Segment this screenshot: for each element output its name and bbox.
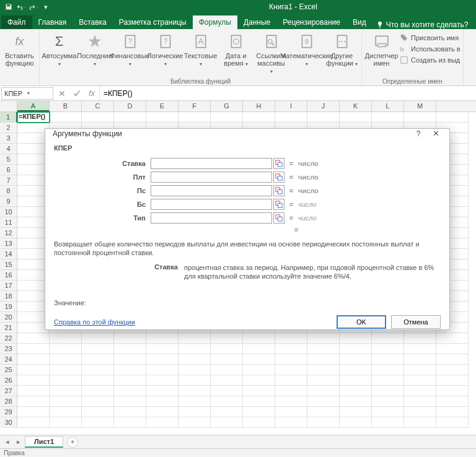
more-functions-button[interactable]: Другие функции ▾ xyxy=(325,31,359,68)
cell[interactable] xyxy=(436,112,469,123)
range-select-icon[interactable] xyxy=(273,172,284,183)
chevron-down-icon[interactable]: ▾ xyxy=(27,90,50,96)
cell[interactable] xyxy=(211,386,243,396)
cell[interactable] xyxy=(275,417,307,428)
cell[interactable] xyxy=(82,396,114,407)
logical-functions-button[interactable]: ? Логические ▾ xyxy=(148,31,182,68)
row-header[interactable]: 30 xyxy=(0,417,17,428)
insert-function-button[interactable]: fx Вставить функцию xyxy=(2,31,37,67)
column-header[interactable]: H xyxy=(243,101,275,111)
cell[interactable] xyxy=(275,386,307,396)
sheet-tab[interactable]: Лист1 xyxy=(25,436,63,448)
range-select-icon[interactable] xyxy=(273,185,284,196)
row-header[interactable]: 2 xyxy=(0,123,17,133)
cell[interactable] xyxy=(211,365,243,375)
cell[interactable] xyxy=(436,386,469,396)
cell[interactable] xyxy=(275,407,307,417)
cancel-button[interactable]: Отмена xyxy=(391,315,441,329)
cell[interactable] xyxy=(17,386,50,396)
name-manager-button[interactable]: Диспетчер имен xyxy=(364,31,399,67)
cell[interactable] xyxy=(211,417,243,428)
row-header[interactable]: 13 xyxy=(0,238,17,249)
cell[interactable] xyxy=(243,365,275,375)
cell[interactable] xyxy=(146,354,178,365)
column-header[interactable]: C xyxy=(82,101,114,111)
cell[interactable] xyxy=(340,365,372,375)
cell[interactable] xyxy=(404,365,436,375)
cell[interactable] xyxy=(82,112,114,123)
cell[interactable] xyxy=(340,386,372,396)
column-header[interactable]: M xyxy=(404,101,436,111)
cell[interactable] xyxy=(372,112,404,123)
cell[interactable] xyxy=(436,344,469,354)
cell[interactable] xyxy=(82,344,114,354)
cell[interactable] xyxy=(114,354,146,365)
cell[interactable] xyxy=(211,354,243,365)
cell[interactable] xyxy=(17,344,50,354)
column-header[interactable]: D xyxy=(114,101,146,111)
row-header[interactable]: 4 xyxy=(0,144,17,154)
row-header[interactable]: 7 xyxy=(0,175,17,186)
cell[interactable] xyxy=(404,396,436,407)
row-header[interactable]: 17 xyxy=(0,281,17,291)
cell[interactable] xyxy=(178,365,211,375)
qat-customize-icon[interactable]: ▾ xyxy=(40,1,51,12)
row-header[interactable]: 26 xyxy=(0,375,17,386)
cell[interactable] xyxy=(275,112,307,123)
column-header[interactable]: F xyxy=(178,101,211,111)
cell[interactable] xyxy=(146,386,178,396)
row-header[interactable]: 12 xyxy=(0,228,17,238)
row-header[interactable]: 1 xyxy=(0,112,17,123)
cell[interactable] xyxy=(50,365,82,375)
range-select-icon[interactable] xyxy=(273,158,284,169)
cell[interactable] xyxy=(307,354,340,365)
row-header[interactable]: 27 xyxy=(0,386,17,396)
cell[interactable] xyxy=(211,407,243,417)
name-box[interactable]: КПЕР ▾ xyxy=(1,87,53,100)
cell[interactable] xyxy=(436,407,469,417)
cell[interactable] xyxy=(146,344,178,354)
column-header[interactable]: J xyxy=(307,101,340,111)
cell[interactable] xyxy=(340,344,372,354)
help-button[interactable]: ? xyxy=(410,129,427,138)
cell[interactable] xyxy=(340,375,372,386)
help-link[interactable]: Справка по этой функции xyxy=(54,318,332,326)
cell[interactable] xyxy=(307,365,340,375)
create-from-selection-button[interactable]: Создать из выд xyxy=(400,54,461,66)
cell[interactable] xyxy=(114,112,146,123)
cell[interactable] xyxy=(211,396,243,407)
tab-view[interactable]: Вид xyxy=(346,15,372,29)
cell[interactable] xyxy=(307,344,340,354)
row-header[interactable]: 6 xyxy=(0,165,17,175)
cell[interactable] xyxy=(404,354,436,365)
text-functions-button[interactable]: A Текстовые ▾ xyxy=(183,31,218,68)
cell[interactable] xyxy=(82,365,114,375)
cell[interactable] xyxy=(307,112,340,123)
row-header[interactable]: 23 xyxy=(0,344,17,354)
cell[interactable] xyxy=(114,375,146,386)
arg-input-pv[interactable] xyxy=(151,185,272,196)
cell[interactable] xyxy=(50,375,82,386)
cell[interactable]: =КПЕР() xyxy=(17,112,50,123)
cell[interactable] xyxy=(178,375,211,386)
row-header[interactable]: 16 xyxy=(0,270,17,281)
cell[interactable] xyxy=(307,417,340,428)
cell[interactable] xyxy=(404,417,436,428)
cell[interactable] xyxy=(114,396,146,407)
cell[interactable] xyxy=(436,354,469,365)
cell[interactable] xyxy=(50,417,82,428)
cell[interactable] xyxy=(275,365,307,375)
tab-insert[interactable]: Вставка xyxy=(73,15,113,29)
cell[interactable] xyxy=(436,375,469,386)
column-header[interactable]: B xyxy=(50,101,82,111)
cell[interactable] xyxy=(340,417,372,428)
cell[interactable] xyxy=(50,344,82,354)
cell[interactable] xyxy=(243,112,275,123)
cell[interactable] xyxy=(275,354,307,365)
row-header[interactable]: 8 xyxy=(0,186,17,196)
cell[interactable] xyxy=(404,375,436,386)
close-button[interactable]: ✕ xyxy=(427,129,444,138)
cell[interactable] xyxy=(404,344,436,354)
cell[interactable] xyxy=(372,354,404,365)
cell[interactable] xyxy=(178,386,211,396)
